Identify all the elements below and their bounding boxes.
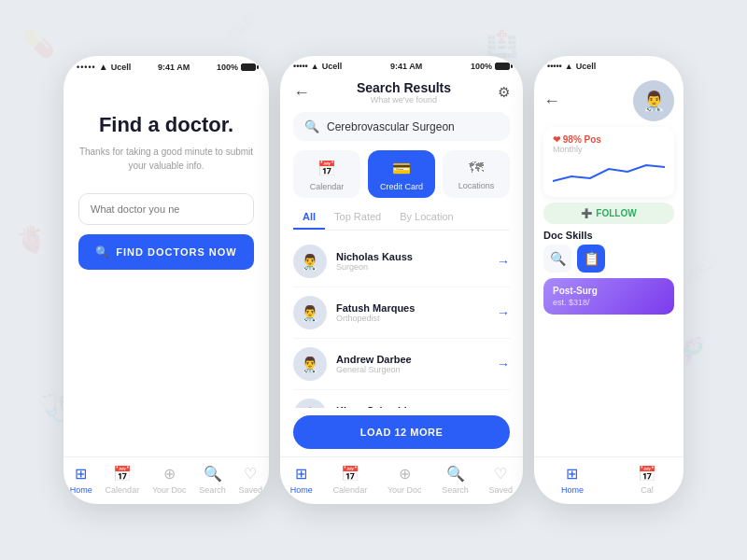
center-nav-search[interactable]: 🔍 Search <box>442 465 469 495</box>
battery-icon <box>241 63 256 71</box>
time-display: 9:41 AM <box>390 62 422 71</box>
calendar-icon: 📅 <box>317 160 336 177</box>
doc-name-2: Fatush Marques <box>336 302 487 314</box>
left-phone: ••••• ▲ Ucell 9:41 AM 100% Find a doctor… <box>63 56 269 504</box>
wifi-icon: ▲ <box>565 62 573 71</box>
nav-search-label: Search <box>199 485 226 495</box>
right-nav-calendar[interactable]: 📅 Cal <box>638 465 656 495</box>
left-bottom-nav: ⊞ Home 📅 Calendar ⊕ Your Doc 🔍 Search ♡ … <box>63 456 269 504</box>
doctor-list: 👨‍⚕️ Nicholas Kauss Surgeon → 👨‍⚕️ Fatus… <box>280 232 523 408</box>
battery-percent: 100% <box>217 63 238 72</box>
doctor-item-3[interactable]: 👨‍⚕️ Andrew Darbee General Surgeon → <box>293 339 510 390</box>
right-nav-home[interactable]: ⊞ Home <box>561 465 584 495</box>
doc-info-1: Nicholas Kauss Surgeon <box>336 251 487 272</box>
search-skill-icon[interactable]: 🔍 <box>543 245 571 273</box>
nav-calendar-label: Calendar <box>106 485 140 495</box>
right-phone: ••••• ▲ Ucell ← 👨‍⚕️ ❤ 98% Pos Monthly ➕… <box>534 56 684 504</box>
doc-skills-label: Doc Skills <box>543 230 674 241</box>
sort-all[interactable]: All <box>293 207 325 230</box>
wifi-icon: ▲ <box>311 62 319 71</box>
doc-spec-2: Orthopedist <box>336 314 487 323</box>
center-bottom-nav: ⊞ Home 📅 Calendar ⊕ Your Doc 🔍 Search ♡ … <box>280 456 523 504</box>
doctor-search-input[interactable] <box>78 193 254 225</box>
center-nav-calendar[interactable]: 📅 Calendar <box>333 465 368 495</box>
filter-loc-label: Locations <box>458 181 495 190</box>
filter-calendar[interactable]: 📅 Calendar <box>293 150 360 198</box>
find-doctor-title: Find a doctor. <box>99 113 233 137</box>
nav-calendar[interactable]: 📅 Calendar <box>106 465 140 495</box>
arrow-icon-1: → <box>497 254 510 269</box>
rated-block: ❤ 98% Pos Monthly <box>543 127 674 197</box>
filter-credit-card[interactable]: 💳 Credit Card <box>368 150 435 198</box>
mini-chart <box>553 158 665 189</box>
follow-button[interactable]: ➕ FOLLOW <box>543 203 674 224</box>
doc-name-4: Klaus Schneider <box>336 405 487 408</box>
doctor-item-1[interactable]: 👨‍⚕️ Nicholas Kauss Surgeon → <box>293 236 510 287</box>
sort-by-location[interactable]: By Location <box>390 207 462 230</box>
map-icon: 🗺 <box>469 160 484 176</box>
doc-name-1: Nicholas Kauss <box>336 251 487 262</box>
search-icon: 🔍 <box>304 119 319 133</box>
search-input[interactable] <box>327 120 499 133</box>
sort-top-rated[interactable]: Top Rated <box>325 207 390 230</box>
filter-cc-label: Credit Card <box>380 182 423 191</box>
nav-label: Calendar <box>333 485 368 495</box>
search-nav-icon: 🔍 <box>446 465 465 483</box>
nav-yourdoc[interactable]: ⊕ Your Doc <box>152 465 187 495</box>
nav-label: Search <box>442 485 469 495</box>
settings-button[interactable]: ⚙ <box>498 84 510 101</box>
search-icon: 🔍 <box>95 245 110 259</box>
nav-home[interactable]: ⊞ Home <box>70 465 92 495</box>
search-nav-icon: 🔍 <box>204 465 222 483</box>
nav-label: Home <box>561 485 584 495</box>
filter-locations[interactable]: 🗺 Locations <box>443 150 510 198</box>
calendar-icon: 📅 <box>113 465 132 483</box>
avatar-4: 👩‍⚕️ <box>293 399 327 408</box>
find-btn-label: FIND DOCTORS NOW <box>116 246 236 258</box>
back-button[interactable]: ← <box>293 83 310 103</box>
find-doctors-button[interactable]: 🔍 FIND DOCTORS NOW <box>78 234 254 270</box>
saved-icon: ♡ <box>494 465 507 483</box>
battery-icon <box>495 63 510 70</box>
signal-dots: ••••• <box>547 62 562 71</box>
back-button[interactable]: ← <box>543 91 560 111</box>
avatar-3: 👨‍⚕️ <box>293 347 327 381</box>
doctor-item-4[interactable]: 👩‍⚕️ Klaus Schneider Therapist → <box>293 390 510 408</box>
arrow-icon-3: → <box>497 357 510 371</box>
find-doctor-subtitle: Thanks for taking a good minute to submi… <box>78 145 254 173</box>
saved-icon: ♡ <box>244 465 257 483</box>
active-skill-icon[interactable]: 📋 <box>577 245 605 273</box>
center-nav-saved[interactable]: ♡ Saved <box>489 465 514 495</box>
right-bottom-nav: ⊞ Home 📅 Cal <box>534 456 684 504</box>
doc-spec-3: General Surgeon <box>336 365 487 374</box>
nav-home-label: Home <box>70 485 92 495</box>
center-nav-yourdoc[interactable]: ⊕ Your Doc <box>388 465 422 495</box>
nav-saved-label: Saved <box>239 485 263 495</box>
nav-label: Your Doc <box>388 485 422 495</box>
home-icon: ⊞ <box>566 465 578 483</box>
load-more-button[interactable]: LOAD 12 MORE <box>293 415 510 449</box>
post-surgery-card[interactable]: Post-Surg est. $318/ <box>543 278 674 315</box>
carrier-name: Ucell <box>576 62 597 71</box>
carrier-name: Ucell <box>322 62 343 71</box>
nav-label: Saved <box>489 485 514 495</box>
left-phone-content: Find a doctor. Thanks for taking a good … <box>63 76 269 456</box>
doc-name-3: Andrew Darbee <box>336 354 487 365</box>
right-status-bar: ••••• ▲ Ucell <box>534 56 684 75</box>
home-icon: ⊞ <box>295 465 307 483</box>
center-phone: ••••• ▲ Ucell 9:41 AM 100% ← Search Resu… <box>280 56 523 504</box>
left-status-bar: ••••• ▲ Ucell 9:41 AM 100% <box>63 56 269 76</box>
doc-skills-section: Doc Skills 🔍 📋 <box>543 230 674 273</box>
center-nav-home[interactable]: ⊞ Home <box>290 465 313 495</box>
nav-search[interactable]: 🔍 Search <box>199 465 226 495</box>
filter-calendar-label: Calendar <box>310 182 345 191</box>
filter-tabs: 📅 Calendar 💳 Credit Card 🗺 Locations <box>293 150 510 198</box>
nav-saved[interactable]: ♡ Saved <box>239 465 263 495</box>
time-display: 9:41 AM <box>158 63 190 72</box>
doc-info-2: Fatush Marques Orthopedist <box>336 302 487 323</box>
doctor-item-2[interactable]: 👨‍⚕️ Fatush Marques Orthopedist → <box>293 287 510 339</box>
rated-subtitle: Monthly <box>553 145 665 154</box>
battery-percent: 100% <box>471 62 492 71</box>
post-surg-price: est. $318/ <box>553 298 665 307</box>
doc-info-4: Klaus Schneider Therapist <box>336 405 487 408</box>
